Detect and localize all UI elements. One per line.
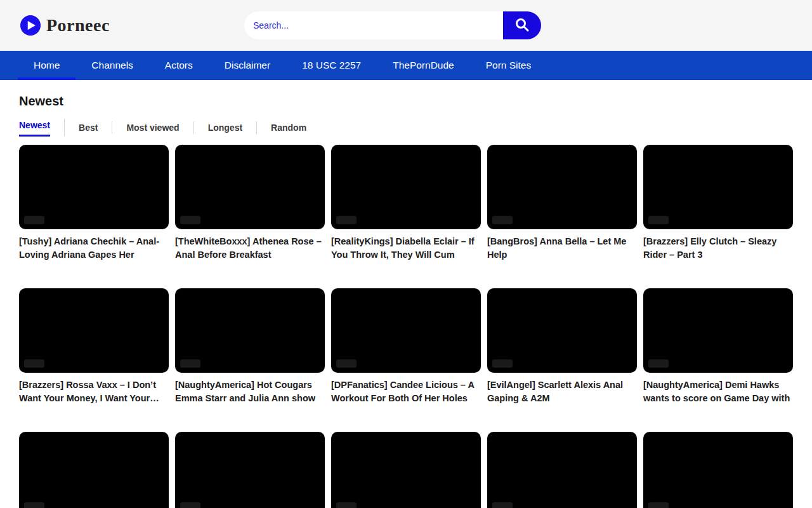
duration-badge (336, 359, 357, 368)
header: Porneec (0, 0, 812, 51)
nav-item-channels[interactable]: Channels (75, 51, 149, 80)
video-card[interactable] (643, 432, 793, 508)
page-title: Newest (19, 94, 793, 109)
video-card[interactable]: [DPFanatics] Candee Licious – A Workout … (331, 288, 481, 405)
video-card[interactable]: [BangBros] Anna Bella – Let Me Help (487, 145, 637, 262)
nav-item-18usc2257[interactable]: 18 USC 2257 (286, 51, 377, 80)
video-card[interactable] (487, 432, 637, 508)
video-thumbnail (643, 145, 793, 229)
video-title: [Brazzers] Rossa Vaxx – I Don’t Want You… (19, 378, 169, 405)
video-thumbnail (331, 288, 481, 373)
duration-badge (492, 502, 513, 508)
video-thumbnail (331, 145, 481, 229)
search-input[interactable] (244, 11, 503, 39)
video-card[interactable]: [TheWhiteBoxxx] Athenea Rose – Anal Befo… (175, 145, 325, 262)
brand-name: Porneec (46, 15, 110, 36)
video-title: [DPFanatics] Candee Licious – A Workout … (331, 378, 481, 405)
duration-badge (648, 216, 669, 224)
video-grid: [Tushy] Adriana Chechik – Anal-Loving Ad… (19, 145, 793, 508)
video-card[interactable]: [RealityKings] Diabella Eclair – If You … (331, 145, 481, 262)
video-thumbnail (331, 432, 481, 508)
search-icon (514, 17, 530, 34)
video-card[interactable] (19, 432, 169, 508)
duration-badge (180, 216, 200, 224)
video-card[interactable] (175, 432, 325, 508)
duration-badge (336, 216, 357, 224)
video-title: [TheWhiteBoxxx] Athenea Rose – Anal Befo… (175, 235, 325, 262)
nav-item-porn-sites[interactable]: Porn Sites (470, 51, 547, 80)
video-thumbnail (643, 288, 793, 373)
nav-item-home[interactable]: Home (18, 51, 75, 80)
video-card[interactable]: [NaughtyAmerica] Hot Cougars Emma Starr … (175, 288, 325, 405)
video-thumbnail (175, 288, 325, 373)
video-thumbnail (487, 288, 637, 373)
video-thumbnail (175, 145, 325, 229)
duration-badge (648, 502, 669, 508)
duration-badge (24, 216, 44, 224)
video-card[interactable]: [Tushy] Adriana Chechik – Anal-Loving Ad… (19, 145, 169, 262)
duration-badge (648, 359, 669, 368)
duration-badge (336, 502, 357, 508)
search-bar (244, 11, 541, 39)
video-title: [Brazzers] Elly Clutch – Sleazy Rider – … (643, 235, 793, 262)
sort-tabs: Newest Best Most viewed Longest Random (19, 119, 793, 137)
main-content: Newest Newest Best Most viewed Longest R… (0, 94, 812, 508)
duration-badge (24, 502, 44, 508)
search-button[interactable] (503, 11, 541, 39)
video-card[interactable]: [Brazzers] Rossa Vaxx – I Don’t Want You… (19, 288, 169, 405)
video-thumbnail (19, 145, 169, 229)
duration-badge (492, 216, 513, 224)
video-thumbnail (643, 432, 793, 508)
duration-badge (24, 359, 44, 368)
tab-random[interactable]: Random (257, 121, 320, 134)
tab-most-viewed[interactable]: Most viewed (112, 121, 193, 134)
brand-logo[interactable]: Porneec (20, 15, 110, 36)
nav-item-disclaimer[interactable]: Disclaimer (209, 51, 286, 80)
play-icon (20, 15, 41, 36)
video-thumbnail (487, 432, 637, 508)
video-thumbnail (19, 432, 169, 508)
video-card[interactable]: [NaughtyAmerica] Demi Hawks wants to sco… (643, 288, 793, 405)
main-nav: Home Channels Actors Disclaimer 18 USC 2… (0, 51, 812, 80)
video-title: [EvilAngel] Scarlett Alexis Anal Gaping … (487, 378, 637, 405)
video-card[interactable]: [EvilAngel] Scarlett Alexis Anal Gaping … (487, 288, 637, 405)
duration-badge (492, 359, 513, 368)
video-title: [NaughtyAmerica] Hot Cougars Emma Starr … (175, 378, 325, 405)
video-title: [Tushy] Adriana Chechik – Anal-Loving Ad… (19, 235, 169, 262)
nav-item-theporndude[interactable]: ThePornDude (377, 51, 470, 80)
video-thumbnail (175, 432, 325, 508)
tab-longest[interactable]: Longest (194, 121, 257, 134)
nav-item-actors[interactable]: Actors (149, 51, 209, 80)
video-title: [NaughtyAmerica] Demi Hawks wants to sco… (643, 378, 793, 405)
video-title: [RealityKings] Diabella Eclair – If You … (331, 235, 481, 262)
duration-badge (180, 359, 200, 368)
video-card[interactable] (331, 432, 481, 508)
tab-newest[interactable]: Newest (19, 119, 65, 137)
video-title: [BangBros] Anna Bella – Let Me Help (487, 235, 637, 262)
video-thumbnail (487, 145, 637, 229)
tab-best[interactable]: Best (65, 121, 112, 134)
video-card[interactable]: [Brazzers] Elly Clutch – Sleazy Rider – … (643, 145, 793, 262)
duration-badge (180, 502, 200, 508)
video-thumbnail (19, 288, 169, 373)
